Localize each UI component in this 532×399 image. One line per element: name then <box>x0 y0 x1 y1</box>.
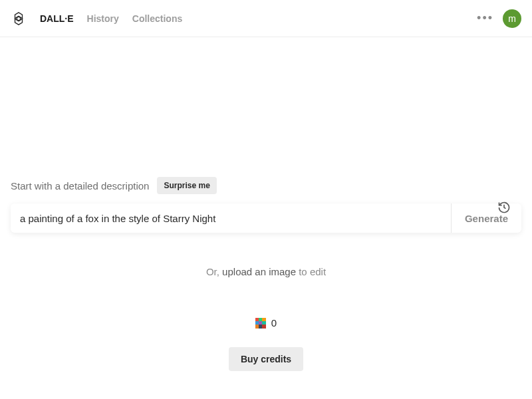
prompt-section: Start with a detailed description Surpri… <box>11 177 521 233</box>
openai-logo-icon[interactable] <box>11 11 27 27</box>
upload-section: Or, upload an image to edit <box>11 266 521 277</box>
buy-credits-button[interactable]: Buy credits <box>229 347 303 371</box>
more-icon[interactable]: ••• <box>477 11 493 25</box>
svg-rect-1 <box>255 318 259 321</box>
nav-history[interactable]: History <box>87 13 119 24</box>
avatar[interactable]: m <box>503 9 521 28</box>
nav-dalle[interactable]: DALL·E <box>40 13 74 24</box>
svg-rect-2 <box>259 318 262 321</box>
svg-rect-3 <box>262 318 266 321</box>
svg-rect-9 <box>262 325 266 329</box>
credits-row: 0 <box>11 317 521 329</box>
header-right: ••• m <box>477 9 521 28</box>
header: DALL·E History Collections ••• m <box>0 0 532 37</box>
surprise-me-button[interactable]: Surprise me <box>157 177 216 194</box>
header-left: DALL·E History Collections <box>11 11 182 27</box>
prompt-header: Start with a detailed description Surpri… <box>11 177 521 194</box>
svg-rect-6 <box>262 321 266 325</box>
prompt-input-row: Generate <box>11 203 521 233</box>
svg-rect-8 <box>259 325 262 329</box>
upload-suffix: to edit <box>296 266 326 277</box>
credits-count: 0 <box>271 317 277 329</box>
upload-prefix: Or, <box>206 266 222 277</box>
main-content: Start with a detailed description Surpri… <box>0 177 532 399</box>
svg-rect-7 <box>255 325 259 329</box>
svg-rect-5 <box>259 321 262 325</box>
generate-button[interactable]: Generate <box>451 203 521 233</box>
svg-point-0 <box>17 17 21 21</box>
svg-rect-4 <box>255 321 259 325</box>
upload-image-link[interactable]: upload an image <box>222 266 296 277</box>
prompt-label: Start with a detailed description <box>11 180 149 192</box>
credits-icon <box>255 318 266 329</box>
recent-history-icon[interactable] <box>497 201 511 217</box>
credits-section: 0 Buy credits <box>11 317 521 371</box>
prompt-input[interactable] <box>11 203 451 233</box>
nav-collections[interactable]: Collections <box>132 13 182 24</box>
